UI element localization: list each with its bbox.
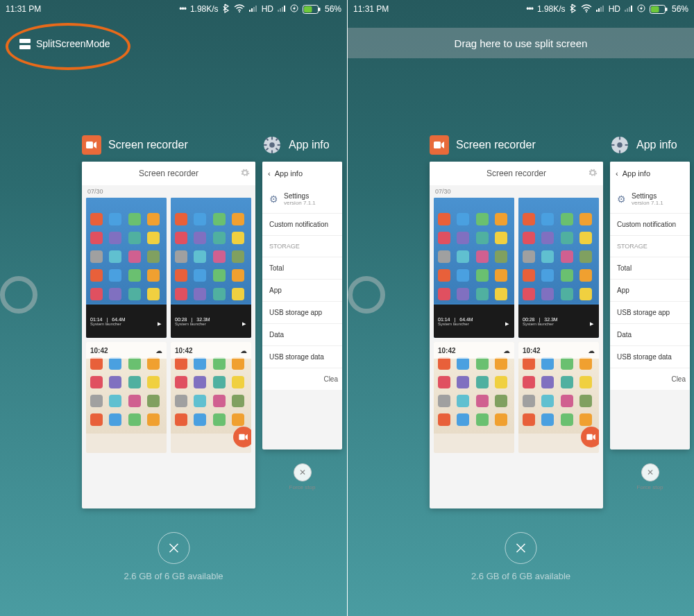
play-icon[interactable]: ▶ (590, 321, 593, 327)
svg-point-41 (617, 142, 623, 148)
close-all-button[interactable] (158, 532, 189, 564)
svg-rect-44 (611, 144, 614, 146)
card-title-row: Screen recorder (82, 135, 255, 155)
svg-rect-3 (253, 7, 255, 12)
right-panel: 11:31 PM 1.98K/s HD 56% Drag here to use… (347, 0, 694, 616)
play-icon[interactable]: ▶ (505, 321, 509, 327)
force-stop[interactable]: ✕ Force stop (262, 463, 342, 490)
sr-header: Screen recorder (82, 162, 255, 185)
recording-thumb[interactable]: 01:14 | 64.4M System launcher ▶ (86, 198, 167, 338)
gear-icon[interactable] (240, 168, 250, 180)
recording-thumb[interactable]: 10:42☁ (171, 342, 251, 453)
close-icon[interactable]: ✕ (641, 463, 659, 481)
svg-rect-20 (278, 144, 280, 146)
recording-thumb[interactable]: 10:42☁ (434, 342, 514, 453)
memory-text: 2.6 GB of 6 GB available (471, 571, 570, 581)
back-icon[interactable]: ‹ (616, 169, 618, 178)
card-ai-title: App info (636, 139, 677, 151)
card-app-info[interactable]: App info ‹App info ⚙Settingsversion 7.1.… (610, 135, 690, 616)
memory-text: 2.6 GB of 6 GB available (124, 571, 223, 581)
card-ai-body[interactable]: ‹App info ⚙Settingsversion 7.1.1 Custom … (610, 162, 690, 450)
wifi-icon (234, 4, 245, 15)
left-panel: 11:31 PM 1.98K/s HD 56% (0, 0, 347, 616)
svg-rect-42 (619, 137, 620, 139)
svg-rect-17 (271, 137, 273, 139)
recording-thumb[interactable]: 00:28 | 32.3M System launcher ▶ (171, 198, 251, 338)
play-icon[interactable]: ▶ (158, 321, 161, 327)
svg-rect-8 (284, 6, 285, 12)
close-all[interactable]: 2.6 GB of 6 GB available (124, 532, 223, 581)
recording-thumb[interactable]: 10:42☁ (518, 342, 599, 453)
list-item[interactable]: USB storage data (610, 346, 690, 368)
list-item[interactable]: Total (262, 257, 342, 280)
charging-icon (637, 4, 645, 15)
watermark-circle (0, 276, 37, 314)
svg-rect-32 (629, 7, 630, 12)
card-ai-body[interactable]: ‹ App info ⚙ Settings version 7.1.1 Cust… (262, 162, 342, 450)
svg-rect-18 (271, 151, 273, 153)
back-icon[interactable]: ‹ (268, 169, 271, 178)
net-type: HD (609, 4, 620, 14)
list-item[interactable]: USB storage app (262, 302, 342, 324)
clear-button[interactable]: Clea (610, 368, 690, 390)
recording-thumb[interactable]: 00:28 | 32.3MSystem launcher▶ (518, 198, 599, 338)
ai-settings-row[interactable]: ⚙Settingsversion 7.1.1 (610, 185, 690, 214)
svg-rect-11 (319, 8, 321, 11)
svg-rect-30 (625, 10, 626, 12)
ai-header[interactable]: ‹ App info (262, 162, 342, 185)
recording-thumb[interactable]: 10:42☁ (86, 342, 167, 453)
more-icon (526, 4, 533, 14)
list-item[interactable]: Custom notification (262, 214, 342, 236)
svg-rect-2 (251, 8, 253, 12)
close-all[interactable]: 2.6 GB of 6 GB available (471, 532, 570, 581)
close-all-button[interactable] (505, 532, 537, 564)
svg-rect-19 (264, 144, 266, 146)
gear-icon: ⚙ (617, 194, 626, 205)
record-fab[interactable] (581, 427, 599, 447)
thumb-info: 00:28 | 32.3M System launcher ▶ (171, 305, 251, 338)
list-item[interactable]: App (262, 280, 342, 302)
record-fab[interactable] (233, 427, 251, 447)
list-item[interactable]: Data (610, 324, 690, 346)
sr-date: 07/30 (82, 185, 255, 198)
card-app-info[interactable]: App info ‹ App info ⚙ Settings version 7… (262, 135, 342, 616)
gear-icon: ⚙ (269, 194, 278, 205)
svg-rect-37 (651, 6, 659, 12)
card-sr-title: Screen recorder (456, 139, 536, 151)
ai-header-text: App info (623, 169, 650, 178)
svg-rect-36 (666, 8, 668, 11)
list-item[interactable]: Data (262, 324, 342, 346)
list-item[interactable]: USB storage app (610, 302, 690, 324)
sr-header: Screen recorder (430, 162, 603, 185)
list-item[interactable]: Custom notification (610, 214, 690, 236)
list-item[interactable]: Total (610, 257, 690, 280)
sr-header-text: Screen recorder (486, 169, 546, 178)
card-ai-title: App info (289, 139, 330, 151)
status-time: 11:31 PM (353, 4, 389, 14)
gear-icon[interactable] (588, 168, 598, 180)
signal-icon (596, 4, 604, 14)
drag-drop-zone[interactable]: Drag here to use split screen (348, 28, 694, 58)
svg-rect-12 (304, 6, 312, 12)
charging-icon (290, 4, 298, 15)
ai-header[interactable]: ‹App info (610, 162, 690, 185)
sr-header-text: Screen recorder (139, 169, 198, 178)
screen-recorder-icon (82, 135, 101, 155)
thumb-home (86, 198, 167, 303)
sr-date: 07/30 (430, 185, 603, 198)
card-sr-body[interactable]: Screen recorder 07/30 01:14 | 64.4M Syst… (82, 162, 255, 508)
ai-settings-row[interactable]: ⚙ Settings version 7.1.1 (262, 185, 342, 214)
list-item[interactable]: App (610, 280, 690, 302)
battery-icon (303, 5, 321, 14)
watermark-circle (348, 276, 385, 314)
annotation-ring (6, 23, 130, 70)
play-icon[interactable]: ▶ (242, 321, 246, 327)
list-item[interactable]: USB storage data (262, 346, 342, 368)
close-icon[interactable]: ✕ (294, 463, 312, 481)
card-sr-body[interactable]: Screen recorder 07/30 01:14 | 64.4MSyste… (430, 162, 603, 508)
clear-button[interactable]: Clea (262, 368, 342, 390)
recording-thumb[interactable]: 01:14 | 64.4MSystem launcher▶ (434, 198, 514, 338)
force-stop[interactable]: ✕ Force stop (610, 463, 690, 490)
net-type: HD (262, 4, 273, 14)
ai-settings-name: Settings (284, 192, 309, 200)
